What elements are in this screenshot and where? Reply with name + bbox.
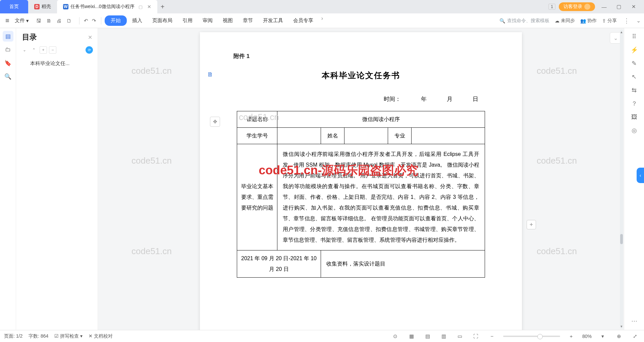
spell-check[interactable]: ☑ 拼写检查 ▾ (54, 333, 83, 339)
hamburger-icon[interactable]: ≡ (3, 17, 11, 24)
window-minimize-icon[interactable]: — (598, 2, 610, 11)
select-cursor-icon[interactable]: ↖ (629, 71, 640, 82)
focus-mode-icon[interactable]: ⊙ (390, 332, 400, 340)
new-tab-button[interactable]: + (157, 1, 168, 12)
menu-more-icon[interactable]: › (319, 15, 326, 26)
day-label: 日 (473, 94, 478, 105)
watermark: code51.cn (131, 66, 172, 76)
print-preview-icon[interactable]: 🗋 (66, 17, 72, 24)
sync-status[interactable]: ☁未同步 (555, 18, 575, 24)
share-button[interactable]: ⇪分享 (602, 18, 617, 24)
assistant-icon[interactable]: ⚡ (629, 44, 640, 56)
view-web-icon[interactable]: ▥ (439, 332, 449, 340)
menu-dev-tools[interactable]: 开发工具 (258, 15, 288, 26)
save-icon[interactable]: 🖫 (36, 17, 42, 24)
zoom-out-icon[interactable]: − (487, 332, 497, 340)
outline-toggle-icon[interactable]: ▤ (3, 31, 13, 42)
print-icon[interactable]: 🖨 (56, 17, 62, 24)
thumbnail-icon[interactable]: 🗀 (3, 44, 13, 55)
expand-all-icon[interactable]: ⌃ (30, 46, 38, 54)
smart-panel-toggle-icon[interactable]: ⌄ (610, 32, 621, 44)
help-icon[interactable]: ？ (629, 98, 640, 109)
cloud-icon: ☁ (555, 18, 559, 23)
fullscreen-icon[interactable]: ⛶ (471, 332, 481, 340)
command-search[interactable]: 🔍 查找命令、搜索模板 (499, 18, 549, 24)
document-canvas[interactable]: ⌄ 🗎 附件 1 本科毕业论文任务书 ✥ 时间： 年 月 日 课题名称 微信阅读… (98, 28, 624, 330)
view-outline-icon[interactable]: ▤ (423, 332, 433, 340)
scroll-thumb[interactable] (620, 234, 623, 244)
collapse-ribbon-icon[interactable]: ⌄ (636, 17, 641, 24)
page-doc-icon: 🗎 (207, 71, 213, 78)
zoom-value[interactable]: 80% (582, 334, 592, 339)
target-icon[interactable]: ◎ (629, 125, 640, 136)
search-icon: 🔍 (499, 18, 505, 23)
separator (101, 17, 101, 24)
menu-page-layout[interactable]: 页面布局 (148, 15, 177, 26)
zoom-in-icon[interactable]: + (566, 332, 576, 340)
guest-login-button[interactable]: 访客登录 (559, 2, 595, 11)
side-expand-tab[interactable]: ‹ (637, 168, 644, 183)
watermark: code51.cn (131, 246, 172, 256)
fit-page-icon[interactable]: ⊕ (614, 332, 624, 340)
image-tool-icon[interactable]: 🖼 (629, 111, 640, 123)
collapse-all-icon[interactable]: ⌄ (21, 46, 28, 54)
read-mode-icon[interactable]: ▭ (455, 332, 465, 340)
page-indicator[interactable]: 页面: 1/2 (4, 333, 22, 339)
menu-view[interactable]: 视图 (218, 15, 237, 26)
menu-start[interactable]: 开始 (105, 15, 127, 26)
zoom-dropdown-icon[interactable]: ▾ (598, 332, 608, 340)
outline-close-icon[interactable]: ✕ (88, 34, 92, 41)
outline-refresh-icon[interactable]: ⟳ (86, 46, 93, 54)
task-table: 时间： 年 月 日 课题名称 微信阅读小程序 学生学号 姓名 专业 (237, 91, 485, 278)
zoom-slider[interactable] (503, 336, 560, 337)
bookmark-icon[interactable]: 🔖 (3, 58, 13, 68)
table-move-handle-icon[interactable]: ✥ (210, 117, 220, 127)
collab-button[interactable]: 👥协作 (580, 18, 597, 24)
phone-icon[interactable]: ▢ (139, 4, 143, 9)
drag-handle-icon[interactable]: ⠿ (629, 31, 640, 42)
tab-document-active[interactable]: W 任务书weixi...0微信阅读小程序 ▢ ✕ (57, 0, 157, 13)
word-count[interactable]: 字数: 864 (29, 333, 48, 339)
collab-icon: 👥 (580, 18, 586, 23)
level-up-icon[interactable]: + (40, 46, 47, 54)
save-as-icon[interactable]: 🗎 (46, 17, 52, 24)
cell-body: 微信阅读小程序前端采用微信小程序开发者工具开发，后端采用 Eclipse 工具开… (277, 144, 485, 250)
menu-review[interactable]: 审阅 (198, 15, 217, 26)
scroll-down-icon[interactable]: ▾ (620, 324, 623, 329)
window-close-icon[interactable]: ✕ (628, 2, 639, 11)
tab-close-icon[interactable]: ✕ (147, 4, 151, 9)
tabmode-toggle[interactable]: 1 (548, 4, 555, 10)
settings-slider-icon[interactable]: ⇆ (629, 84, 640, 96)
menu-chapter[interactable]: 章节 (238, 15, 258, 26)
collab-label: 协作 (587, 18, 597, 24)
scroll-up-icon[interactable]: ▴ (620, 30, 623, 34)
view-print-icon[interactable]: ▦ (407, 332, 417, 340)
outline-item[interactable]: 本科毕业论文任... (16, 57, 98, 70)
undo-icon[interactable]: ↶ (83, 17, 90, 24)
more-icon[interactable]: ⋮ (622, 17, 631, 24)
redo-icon[interactable]: ↷ (91, 17, 98, 24)
edit-pen-icon[interactable]: ✎ (629, 58, 640, 69)
menu-references[interactable]: 引用 (178, 15, 197, 26)
share-icon: ⇪ (602, 18, 606, 23)
tab-label: 稻壳 (42, 4, 51, 10)
tab-home[interactable]: 首页 (0, 0, 28, 13)
document-page[interactable]: 🗎 附件 1 本科毕业论文任务书 ✥ 时间： 年 月 日 课题名称 微信阅读小程… (200, 32, 522, 330)
fit-width-icon[interactable]: ⤢ (630, 332, 640, 340)
table-add-column-icon[interactable]: + (527, 220, 536, 229)
attachment-label: 附件 1 (233, 52, 488, 60)
document-proof[interactable]: ✕ 文档校对 (89, 333, 113, 339)
menu-insert[interactable]: 插入 (127, 15, 147, 26)
watermark: code51.cn (537, 156, 577, 166)
more-tools-icon[interactable]: ⋯ (629, 315, 640, 327)
vertical-scrollbar[interactable]: ▴ ▾ (620, 30, 623, 329)
find-icon[interactable]: 🔍 (3, 71, 13, 82)
menu-member[interactable]: 会员专享 (288, 15, 318, 26)
window-maximize-icon[interactable]: ▢ (613, 2, 625, 11)
cell-student-id: 学生学号 (237, 128, 277, 144)
scroll-track[interactable] (620, 30, 623, 329)
tab-docer[interactable]: D 稻壳 (28, 0, 57, 13)
level-down-icon[interactable]: − (49, 46, 56, 54)
cell-student-id-value (277, 128, 321, 144)
file-menu[interactable]: 文件▾ (13, 17, 31, 24)
